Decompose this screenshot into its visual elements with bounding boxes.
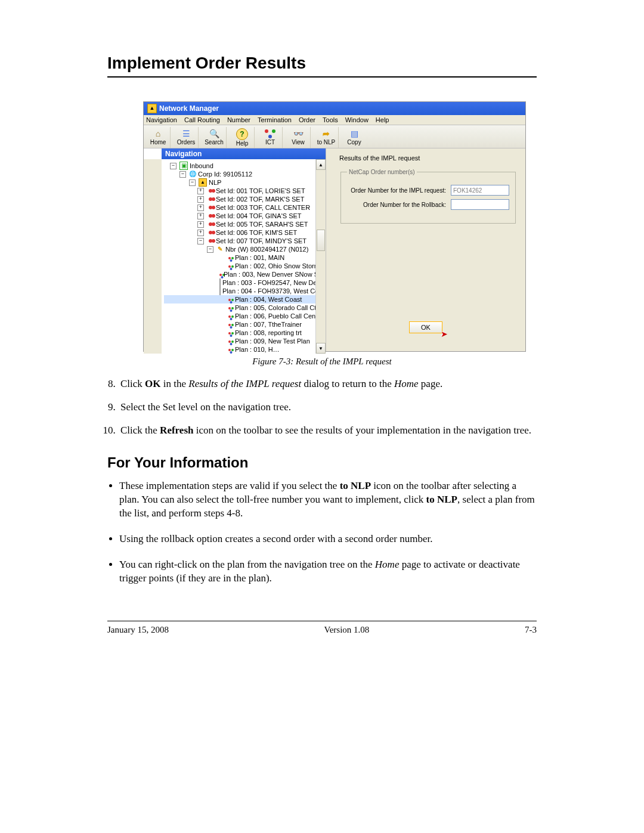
- plan-icon: [226, 262, 233, 270]
- scroll-thumb[interactable]: [317, 230, 325, 251]
- tree-nbr[interactable]: − ✎ Nbr (W) 8002494127 (N012): [164, 245, 326, 253]
- footer-rule: [107, 621, 537, 621]
- tree-set[interactable]: + Set Id: 005 TOF, SARAH'S SET: [164, 220, 326, 228]
- menu-number[interactable]: Number: [227, 116, 250, 123]
- tree-label: Plan : 001, MAIN: [235, 253, 284, 262]
- netcap-legend: NetCap Order number(s): [347, 169, 417, 175]
- tree-plan[interactable]: Plan : 009, New Test Plan: [164, 337, 326, 345]
- inbound-icon: ▣: [179, 162, 188, 170]
- expand-icon[interactable]: +: [197, 205, 204, 211]
- collapse-icon[interactable]: −: [189, 179, 196, 186]
- ok-button[interactable]: OK ➤: [409, 321, 442, 333]
- collapse-icon[interactable]: −: [207, 246, 213, 253]
- toolbar-label: View: [292, 139, 305, 145]
- toolbar-search[interactable]: 🔍 Search: [202, 127, 227, 148]
- step-9: Select the Set level on the navigation t…: [118, 401, 537, 414]
- menu-termination[interactable]: Termination: [258, 116, 292, 123]
- tree-inbound[interactable]: − ▣ Inbound: [164, 162, 326, 170]
- toolbar-label: ICT: [265, 139, 275, 145]
- scroll-track[interactable]: [316, 170, 326, 343]
- tree-plan[interactable]: Plan : 002, Ohio Snow Storm: [164, 262, 326, 270]
- menubar: Navigation Call Routing Number Terminati…: [144, 115, 525, 125]
- toolbar-home[interactable]: ⌂ Home: [146, 127, 171, 148]
- tree-scrollbar[interactable]: ▲ ▼: [315, 159, 326, 354]
- toolbar-view[interactable]: 👓 View: [286, 127, 311, 148]
- tree-set[interactable]: + Set Id: 001 TOF, LORIE'S SET: [164, 187, 326, 195]
- scroll-up-icon[interactable]: ▲: [316, 159, 326, 170]
- plan-icon: [219, 271, 222, 278]
- tree-corp[interactable]: − 🌐 Corp Id: 99105112: [164, 170, 326, 178]
- tree-label: Set Id: 006 TOF, KIM'S SET: [216, 228, 297, 237]
- plan-icon: [226, 312, 233, 320]
- expand-icon[interactable]: +: [197, 221, 204, 228]
- navigation-tree: − ▣ Inbound − 🌐 Corp Id: 99105112: [162, 159, 326, 354]
- menu-window[interactable]: Window: [345, 116, 369, 123]
- text: to NLP: [340, 480, 371, 491]
- plan-icon: [226, 346, 233, 353]
- window-title: Network Manager: [159, 104, 219, 113]
- impl-order-input[interactable]: [451, 185, 509, 196]
- fyi-bullet-2: Using the rollback option creates a seco…: [119, 532, 537, 546]
- toolbar-label: Home: [150, 139, 166, 145]
- tree-plan-selected[interactable]: Plan : 004, West Coast: [164, 295, 326, 304]
- toolbar-copy[interactable]: ▤ Copy: [342, 127, 366, 148]
- text: dialog to return to the: [301, 378, 394, 389]
- fyi-heading: For Your Information: [107, 454, 537, 471]
- collapse-icon[interactable]: −: [179, 171, 186, 178]
- set-icon: [207, 221, 214, 228]
- tree-set[interactable]: + Set Id: 006 TOF, KIM'S SET: [164, 228, 326, 237]
- expand-icon[interactable]: +: [197, 213, 204, 219]
- menu-help[interactable]: Help: [376, 116, 389, 123]
- tree-plan[interactable]: Plan : 004 - FOH93739, West Coast: [164, 287, 326, 295]
- tree-set[interactable]: + Set Id: 003 TOF, CALL CENTER: [164, 203, 326, 212]
- menu-navigation[interactable]: Navigation: [146, 116, 177, 123]
- tree-label: Plan : 008, reporting trt: [235, 329, 302, 337]
- toolbar-to-nlp[interactable]: ➦ to NLP: [314, 127, 339, 148]
- collapse-icon[interactable]: −: [170, 163, 177, 169]
- tree-plan-cut[interactable]: Plan : 010, H…: [164, 345, 326, 354]
- navigation-header: Navigation: [162, 148, 326, 159]
- tree-plan[interactable]: Plan : 006, Pueblo Call Center: [164, 312, 326, 320]
- plan-file-icon: [219, 287, 221, 295]
- tree-set[interactable]: + Set Id: 002 TOF, MARK'S SET: [164, 195, 326, 203]
- tree-set[interactable]: + Set Id: 004 TOF, GINA'S SET: [164, 212, 326, 220]
- menu-tools[interactable]: Tools: [323, 116, 338, 123]
- tree-nlp[interactable]: − ▲ NLP: [164, 178, 326, 187]
- text: to NLP: [426, 494, 457, 505]
- tree-label: Plan : 007, TtheTrainer: [235, 320, 302, 329]
- tree-plan[interactable]: Plan : 003 - FOH92547, New Denver SNo: [164, 278, 326, 287]
- tree-plan[interactable]: Plan : 007, TtheTrainer: [164, 320, 326, 329]
- text: Results of the IMPL request: [188, 378, 301, 389]
- toolbar-help[interactable]: ? Help: [230, 127, 255, 148]
- toolbar-ict[interactable]: ICT: [258, 127, 283, 148]
- help-icon: ?: [236, 128, 248, 140]
- tree-label: Inbound: [190, 162, 213, 170]
- tree-label: Set Id: 007 TOF, MINDY'S SET: [216, 237, 306, 245]
- tree-label: Set Id: 001 TOF, LORIE'S SET: [216, 187, 305, 195]
- ok-label: OK: [421, 324, 431, 331]
- menu-order[interactable]: Order: [299, 116, 315, 123]
- impl-order-label: Order Number for the IMPL request:: [347, 187, 446, 194]
- step-8: Click OK in the Results of the IMPL requ…: [118, 377, 537, 391]
- expand-icon[interactable]: +: [197, 230, 204, 236]
- menu-call-routing[interactable]: Call Routing: [184, 116, 220, 123]
- collapse-icon[interactable]: −: [197, 238, 204, 244]
- tree-label: Set Id: 004 TOF, GINA'S SET: [216, 212, 302, 220]
- folder-icon: ▲: [199, 178, 207, 187]
- tree-set[interactable]: − Set Id: 007 TOF, MINDY'S SET: [164, 237, 326, 245]
- text: Click: [120, 378, 145, 389]
- fyi-bullets: These implementation steps are valid if …: [119, 479, 537, 586]
- tree-plan[interactable]: Plan : 003, New Denver SNow Storm: [164, 270, 326, 278]
- rollback-order-input[interactable]: [451, 199, 509, 210]
- toolbar-orders[interactable]: ☰ Orders: [174, 127, 199, 148]
- fyi-bullet-3: You can right-click on the plan from the…: [119, 558, 537, 586]
- fyi-bullet-1: These implementation steps are valid if …: [119, 479, 537, 521]
- expand-icon[interactable]: +: [197, 188, 204, 194]
- tree-plan[interactable]: Plan : 001, MAIN: [164, 253, 326, 262]
- tree-plan[interactable]: Plan : 008, reporting trt: [164, 329, 326, 337]
- tree-label: Plan : 010, H…: [235, 345, 280, 354]
- expand-icon[interactable]: +: [197, 196, 204, 203]
- scroll-down-icon[interactable]: ▼: [316, 343, 326, 354]
- tree-label: Nbr (W) 8002494127 (N012): [225, 245, 308, 253]
- tree-plan[interactable]: Plan : 005, Colorado Call Ctr: [164, 304, 326, 312]
